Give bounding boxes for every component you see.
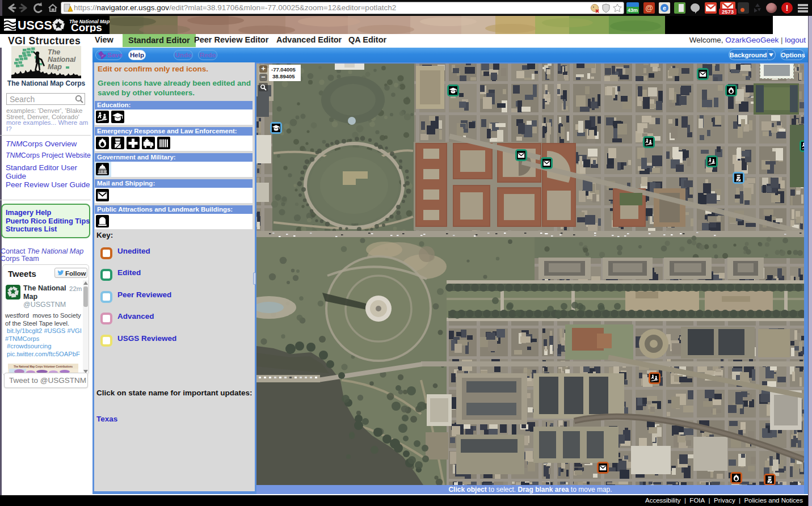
svg-text:USGS: USGS (18, 19, 52, 32)
svg-text:Map: Map (48, 63, 62, 71)
svg-text:Corps: Corps (71, 22, 102, 33)
svg-text:The National Map Corps Volunte: The National Map Corps Volunteer Contrib… (14, 365, 73, 368)
svg-text:National: National (48, 56, 76, 64)
svg-text:The: The (48, 48, 60, 56)
